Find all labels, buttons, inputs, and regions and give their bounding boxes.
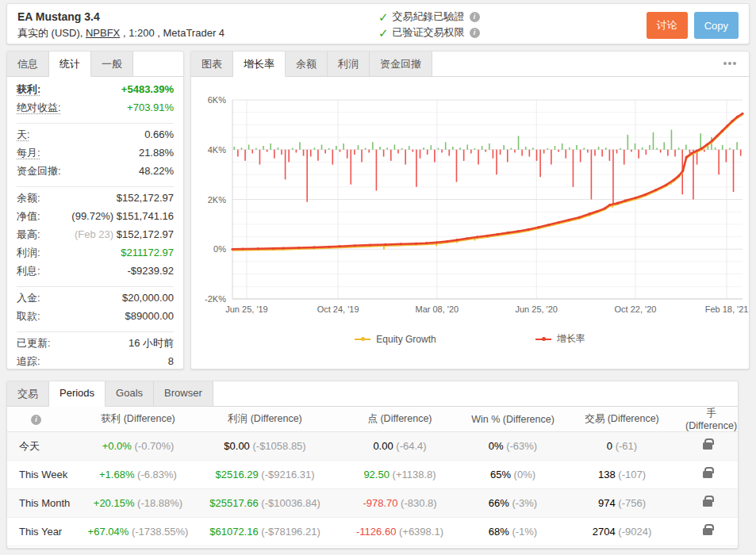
stat-value: 0.66% — [144, 128, 174, 140]
info-icon[interactable]: i — [31, 415, 41, 425]
tab-growth[interactable]: 增长率 — [233, 52, 286, 77]
account-subtitle: 真实的 (USD), NPBFX , 1:200 , MetaTrader 4 — [17, 26, 224, 40]
tab-drawdown[interactable]: 资金回撤 — [370, 52, 432, 76]
broker-link[interactable]: NPBFX — [86, 27, 120, 39]
growth-line — [232, 113, 743, 249]
legend-label: 增长率 — [557, 332, 585, 346]
growth-line-marker — [241, 247, 244, 250]
cell-value: $0.00 — [224, 440, 250, 452]
cell-difference: (-63%) — [504, 440, 538, 452]
check-icon: ✓ — [378, 27, 389, 39]
value-cell: 138 (-107) — [558, 469, 685, 480]
value-cell: 0% (-63%) — [467, 440, 558, 452]
account-header: EA Mustang 3.4 真实的 (USD), NPBFX , 1:200 … — [6, 3, 750, 44]
stat-value: -$9239.92 — [127, 265, 174, 277]
stat-row: 利息:-$9239.92 — [17, 264, 174, 282]
value-cell: $61072.16 (-$78196.21) — [198, 526, 332, 538]
y-axis-label: 4K% — [208, 145, 226, 155]
lock-icon[interactable] — [703, 528, 712, 535]
growth-line-marker — [589, 212, 591, 215]
cell-value: 0.00 — [373, 440, 393, 452]
growth-chart-svg[interactable]: -2K%0%2K%4K%6K%Jun 25, '19Oct 24, '19Mar… — [191, 77, 749, 323]
tab-statistics[interactable]: 统计 — [49, 52, 91, 77]
check-icon: ✓ — [378, 11, 389, 23]
account-meta: , 1:200 , MetaTrader 4 — [120, 27, 224, 39]
growth-line-marker — [700, 147, 703, 150]
stat-label: 追踪: — [17, 354, 40, 369]
tab-periods[interactable]: Periods — [49, 381, 106, 407]
tab-browser[interactable]: Browser — [154, 381, 213, 406]
stat-label: 资金回撤: — [17, 164, 61, 178]
stat-value: $152,172.97 — [117, 192, 174, 204]
lock-icon[interactable] — [703, 442, 712, 450]
growth-line-marker — [608, 204, 611, 206]
lock-icon[interactable] — [703, 471, 712, 478]
tab-general[interactable]: 一般 — [91, 52, 133, 76]
stat-row: 追踪:8 — [17, 354, 174, 373]
y-axis-label: 0% — [213, 244, 226, 254]
tab-chart[interactable]: 图表 — [191, 52, 233, 76]
stat-label[interactable]: 每月: — [17, 146, 40, 160]
stat-label: 利息: — [17, 264, 40, 278]
value-cell: 2704 (-9024) — [558, 526, 685, 538]
x-axis-label: Jun 25, '19 — [225, 304, 267, 314]
tab-balance[interactable]: 余额 — [286, 52, 328, 76]
tab-goals[interactable]: Goals — [106, 381, 154, 406]
growth-line-marker — [731, 120, 734, 122]
stat-label: 利润: — [17, 246, 40, 260]
col-profit: 利润 (Difference) — [198, 412, 332, 426]
cell-difference: (-9024) — [616, 526, 652, 538]
verification-track-record: ✓ 交易紀錄已驗證 i — [378, 9, 480, 25]
tab-info[interactable]: 信息 — [7, 52, 49, 76]
value-cell: +67.04% (-1738.55%) — [79, 526, 198, 538]
growth-line-marker — [400, 243, 402, 245]
stat-row: 利润:$211172.97 — [17, 246, 174, 264]
verification-block: ✓ 交易紀錄已驗證 i ✓ 已验证交易权限 i — [378, 9, 480, 40]
cell-value: -1126.60 — [356, 526, 396, 538]
value-cell: +0.0% (-0.70%) — [79, 440, 198, 452]
cell-value: 0% — [489, 440, 504, 452]
growth-line-marker — [596, 210, 598, 212]
page-title: EA Mustang 3.4 — [17, 10, 224, 23]
stat-row: 最高:(Feb 23) $152,172.97 — [17, 228, 174, 246]
cell-value: -978.70 — [363, 497, 397, 509]
table-row: This Month+20.15% (-18.88%)$25517.66 (-$… — [7, 489, 738, 518]
stat-label[interactable]: 绝对收益: — [17, 101, 61, 115]
copy-button[interactable]: Copy — [694, 12, 739, 39]
info-icon[interactable]: i — [470, 12, 480, 22]
info-icon[interactable]: i — [470, 28, 480, 38]
more-options-icon[interactable] — [723, 62, 727, 65]
stat-label[interactable]: 天: — [17, 128, 30, 142]
tab-profit[interactable]: 利润 — [328, 52, 370, 76]
x-axis-label: Mar 08, '20 — [415, 304, 459, 314]
locked-cell — [685, 526, 730, 538]
cell-difference: (-$1058.85) — [250, 440, 306, 452]
stat-label[interactable]: 获利: — [17, 82, 40, 97]
stats-list: 获利:+5483.39%绝对收益:+703.91%天:0.66%每月:21.88… — [7, 77, 183, 373]
growth-line-marker — [673, 178, 675, 181]
y-axis-label: 6K% — [208, 95, 226, 105]
cell-value: +0.0% — [102, 440, 132, 452]
growth-line-marker — [328, 246, 331, 248]
lock-icon[interactable] — [703, 500, 712, 507]
discuss-button[interactable]: 讨论 — [647, 12, 688, 39]
stat-row: 入金:$20,000.00 — [17, 291, 174, 309]
legend-item[interactable]: 增长率 — [535, 332, 585, 346]
locked-cell — [685, 440, 730, 452]
stat-value: 8 — [168, 355, 174, 367]
growth-line-marker — [690, 152, 693, 155]
growth-line-marker — [466, 237, 468, 239]
y-axis-label: -2K% — [205, 294, 226, 304]
stat-row: 绝对收益:+703.91% — [17, 101, 174, 119]
growth-line-marker — [313, 246, 315, 248]
tab-trades[interactable]: 交易 — [7, 381, 49, 406]
x-axis-label: Feb 18, '21 — [705, 304, 749, 314]
growth-line-marker — [338, 245, 340, 247]
legend-item[interactable]: Equity Growth — [355, 332, 436, 346]
stat-value: $211172.97 — [121, 247, 174, 258]
cell-difference: (-0.70%) — [132, 440, 174, 452]
stat-value: (99.72%) $151,741.16 — [71, 210, 174, 222]
cell-difference: (-18.88%) — [134, 497, 182, 509]
stat-value: 16 小时前 — [129, 336, 174, 350]
x-axis-label: Oct 24, '19 — [317, 304, 359, 314]
